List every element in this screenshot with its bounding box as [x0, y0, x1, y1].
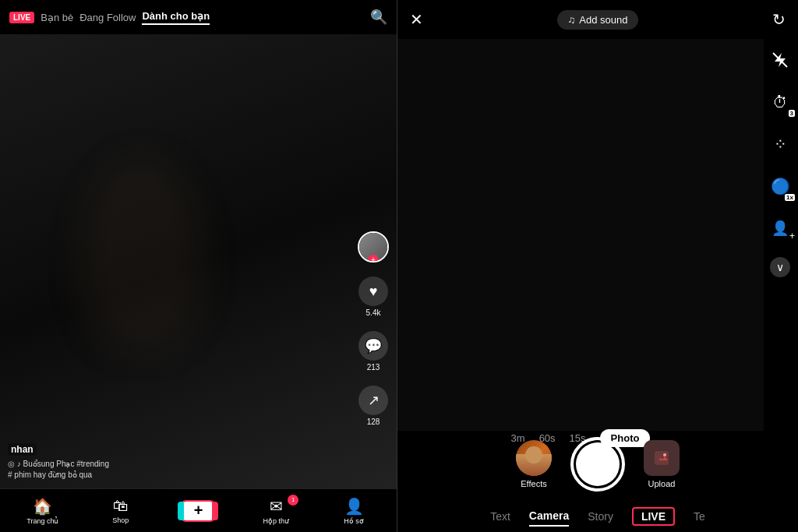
tab-ban-be[interactable]: Bạn bè [41, 12, 73, 23]
bottom-navigation: 🏠 Trang chủ 🛍 Shop + ✉ Hộp thư 1 👤 Hồ sơ [0, 488, 397, 532]
shutter-button[interactable] [570, 437, 625, 491]
effects-dots-icon: ⁘ [774, 135, 787, 153]
nav-home[interactable]: 🏠 Trang chủ [23, 497, 63, 525]
left-top-nav: LIVE Bạn bè Đang Follow Dành cho bạn 🔍 [0, 0, 397, 34]
video-info-overlay: nhan ◎ ♪ Buổsung Phạc #trending # phim h… [8, 442, 354, 481]
nav-inbox[interactable]: ✉ Hộp thư 1 [256, 497, 296, 525]
video-feed[interactable]: ♥ 5.4k 💬 213 ↗ 128 nhan ◎ ♪ Buổsung Phạc… [0, 34, 397, 488]
comment-icon: 💬 [358, 331, 388, 361]
right-phone-panel: ✕ ♫ Add sound ↻ ⏱ 3 ⁘ 🔵 1x [397, 0, 798, 532]
effects-dots-button[interactable]: ⁘ [767, 131, 793, 157]
flash-icon [772, 51, 789, 69]
upload-thumbnail [644, 440, 680, 476]
tab-dang-follow[interactable]: Đang Follow [79, 12, 136, 23]
flip-camera-button[interactable]: ↻ [772, 10, 786, 29]
camera-preview [397, 39, 764, 431]
upload-button[interactable]: Upload [644, 440, 680, 488]
music-note-icon: ♫ [568, 14, 576, 26]
effects-thumbnail [516, 440, 552, 476]
svg-point-2 [663, 453, 666, 456]
like-button[interactable]: ♥ 5.4k [358, 277, 388, 317]
flash-button[interactable] [767, 47, 793, 73]
speed-icon: 🔵 [771, 177, 790, 196]
nav-inbox-label: Hộp thư [263, 517, 290, 525]
left-phone-panel: LIVE Bạn bè Đang Follow Dành cho bạn 🔍 ♥… [0, 0, 397, 532]
timer-button[interactable]: ⏱ 3 [767, 89, 793, 115]
upload-label: Upload [648, 479, 676, 488]
comment-button[interactable]: 💬 213 [358, 331, 388, 372]
speed-button[interactable]: 🔵 1x [767, 173, 793, 199]
tab-story[interactable]: Story [588, 507, 613, 526]
shop-icon: 🛍 [113, 497, 129, 515]
tab-text[interactable]: Text [490, 507, 510, 526]
svg-rect-1 [655, 451, 669, 465]
shutter-inner-circle [576, 442, 620, 486]
video-background [0, 34, 397, 488]
nav-home-label: Trang chủ [26, 517, 58, 525]
timer-icon: ⏱ [772, 93, 788, 111]
nav-add[interactable]: + [178, 500, 218, 522]
heart-icon: ♥ [358, 277, 388, 306]
add-post-button[interactable]: + [180, 500, 216, 522]
camera-bottom-tabs: Text Camera Story LIVE Te [397, 501, 798, 532]
nav-profile[interactable]: 👤 Hồ sơ [334, 497, 374, 525]
effects-label: Effects [521, 479, 546, 488]
add-sound-button[interactable]: ♫ Add sound [557, 10, 639, 30]
plus-icon: + [194, 502, 203, 520]
live-badge: LIVE [9, 12, 34, 23]
nav-shop-label: Shop [112, 516, 129, 524]
chevron-down-icon: ∨ [776, 262, 784, 273]
effects-button[interactable]: Effects [516, 440, 552, 488]
nav-shop[interactable]: 🛍 Shop [101, 497, 141, 524]
inbox-badge: 1 [288, 495, 298, 506]
video-description: ◎ ♪ Buổsung Phạc #trending # phim hay đừ… [8, 459, 354, 481]
profile-icon: 👤 [344, 497, 364, 516]
home-icon: 🏠 [33, 497, 52, 516]
avatar[interactable] [358, 231, 389, 262]
upload-icon-svg [653, 449, 670, 467]
tab-danh-cho-ban[interactable]: Dành cho bạn [142, 10, 210, 25]
nav-profile-label: Hồ sơ [344, 517, 364, 525]
search-icon[interactable]: 🔍 [370, 9, 387, 26]
more-tools-button[interactable]: ∨ [770, 257, 790, 277]
tab-te[interactable]: Te [694, 507, 705, 526]
beauty-icon: 👤 [772, 220, 789, 237]
tab-live[interactable]: LIVE [632, 507, 675, 526]
camera-tools: ⏱ 3 ⁘ 🔵 1x 👤 + ∨ [767, 47, 793, 277]
video-action-buttons: ♥ 5.4k 💬 213 ↗ 128 [358, 231, 389, 426]
tab-camera[interactable]: Camera [529, 506, 569, 527]
speed-label: 1x [785, 194, 795, 201]
video-username: nhan [8, 443, 37, 456]
camera-top-nav: ✕ ♫ Add sound ↻ [397, 0, 798, 39]
share-button[interactable]: ↗ 128 [358, 386, 388, 426]
timer-label: 3 [789, 110, 795, 117]
share-icon: ↗ [358, 386, 388, 415]
close-button[interactable]: ✕ [410, 10, 423, 29]
inbox-icon: ✉ [270, 497, 283, 516]
add-sound-label: Add sound [579, 14, 627, 26]
beauty-button[interactable]: 👤 + [767, 215, 793, 241]
